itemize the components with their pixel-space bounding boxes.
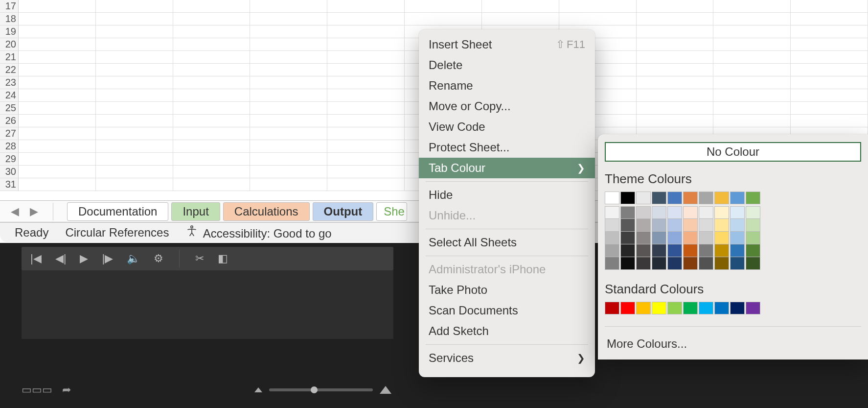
row-header[interactable]: 28 bbox=[0, 140, 19, 153]
cell[interactable] bbox=[96, 153, 173, 166]
cell[interactable] bbox=[19, 115, 96, 127]
cell[interactable] bbox=[250, 127, 327, 140]
row-header[interactable]: 23 bbox=[0, 76, 19, 89]
colour-swatch[interactable] bbox=[667, 244, 682, 257]
colour-swatch[interactable] bbox=[699, 206, 713, 219]
cell[interactable] bbox=[327, 13, 405, 25]
cell[interactable] bbox=[250, 38, 327, 51]
colour-swatch[interactable] bbox=[714, 219, 729, 232]
share-icon[interactable]: ➦ bbox=[62, 384, 71, 396]
colour-swatch[interactable] bbox=[683, 232, 698, 244]
row-header[interactable]: 22 bbox=[0, 64, 19, 76]
cell[interactable] bbox=[96, 51, 173, 64]
cell[interactable] bbox=[173, 153, 251, 166]
colour-swatch[interactable] bbox=[667, 206, 682, 219]
colour-swatch[interactable] bbox=[605, 232, 619, 244]
colour-swatch[interactable] bbox=[730, 232, 745, 244]
menu-scan-documents[interactable]: Scan Documents bbox=[419, 300, 595, 321]
colour-swatch[interactable] bbox=[730, 257, 745, 270]
cell[interactable] bbox=[173, 51, 251, 64]
cell[interactable] bbox=[19, 89, 96, 102]
colour-swatch[interactable] bbox=[746, 232, 760, 244]
colour-swatch[interactable] bbox=[620, 257, 635, 270]
cell[interactable] bbox=[250, 13, 327, 25]
row-header[interactable]: 17 bbox=[0, 0, 19, 13]
colour-swatch[interactable] bbox=[746, 219, 760, 232]
status-accessibility[interactable]: Accessibility: Good to go bbox=[185, 225, 331, 240]
colour-swatch[interactable] bbox=[699, 257, 713, 270]
cell[interactable] bbox=[637, 51, 714, 64]
cell[interactable] bbox=[19, 38, 96, 51]
colour-swatch[interactable] bbox=[730, 302, 745, 314]
menu-select-all-sheets[interactable]: Select All Sheets bbox=[419, 232, 595, 253]
cell[interactable] bbox=[250, 51, 327, 64]
colour-swatch[interactable] bbox=[699, 302, 713, 314]
cell[interactable] bbox=[173, 0, 251, 13]
colour-swatch[interactable] bbox=[605, 257, 619, 270]
cell[interactable] bbox=[327, 166, 405, 178]
scissors-icon[interactable]: ✂ bbox=[195, 252, 204, 265]
colour-swatch[interactable] bbox=[746, 192, 760, 204]
cell[interactable] bbox=[637, 115, 714, 127]
cell[interactable] bbox=[327, 25, 405, 38]
cell[interactable] bbox=[327, 38, 405, 51]
row-header[interactable]: 21 bbox=[0, 51, 19, 64]
colour-swatch[interactable] bbox=[652, 232, 666, 244]
colour-swatch[interactable] bbox=[683, 302, 698, 314]
row-header[interactable]: 20 bbox=[0, 38, 19, 51]
colour-swatch[interactable] bbox=[730, 206, 745, 219]
tab-partial-sheet[interactable]: She bbox=[376, 202, 407, 221]
row-header[interactable]: 24 bbox=[0, 89, 19, 102]
cell[interactable] bbox=[173, 64, 251, 76]
status-circular-refs[interactable]: Circular References bbox=[65, 226, 169, 240]
menu-view-code[interactable]: View Code bbox=[419, 117, 595, 137]
cell[interactable] bbox=[19, 166, 96, 178]
cell[interactable] bbox=[19, 76, 96, 89]
step-forward-icon[interactable]: |▶ bbox=[102, 252, 113, 265]
colour-swatch[interactable] bbox=[620, 206, 635, 219]
colour-swatch[interactable] bbox=[667, 257, 682, 270]
row-header[interactable]: 27 bbox=[0, 127, 19, 140]
cell[interactable] bbox=[250, 102, 327, 115]
cell[interactable] bbox=[791, 76, 868, 89]
colour-swatch[interactable] bbox=[699, 232, 713, 244]
cell[interactable] bbox=[96, 127, 173, 140]
cell[interactable] bbox=[96, 166, 173, 178]
cell[interactable] bbox=[791, 102, 868, 115]
cell[interactable] bbox=[327, 89, 405, 102]
cell[interactable] bbox=[173, 13, 251, 25]
zoom-out-icon[interactable] bbox=[254, 387, 262, 392]
colour-swatch[interactable] bbox=[683, 244, 698, 257]
cell[interactable] bbox=[637, 64, 714, 76]
row-header[interactable]: 26 bbox=[0, 115, 19, 127]
cell[interactable] bbox=[19, 127, 96, 140]
cell[interactable] bbox=[482, 0, 559, 13]
colour-swatch[interactable] bbox=[699, 244, 713, 257]
cell[interactable] bbox=[713, 89, 791, 102]
cell[interactable] bbox=[327, 76, 405, 89]
cell[interactable] bbox=[173, 89, 251, 102]
colour-swatch[interactable] bbox=[605, 192, 619, 204]
cell[interactable] bbox=[250, 153, 327, 166]
colour-swatch[interactable] bbox=[620, 302, 635, 314]
tab-output[interactable]: Output bbox=[313, 202, 374, 221]
colour-swatch[interactable] bbox=[746, 206, 760, 219]
mute-icon[interactable]: 🔈 bbox=[127, 252, 140, 265]
colour-swatch[interactable] bbox=[605, 206, 619, 219]
menu-hide[interactable]: Hide bbox=[419, 185, 595, 205]
gear-icon[interactable]: ⚙ bbox=[154, 252, 163, 265]
cell[interactable] bbox=[19, 178, 96, 191]
cell[interactable] bbox=[96, 89, 173, 102]
row-header[interactable]: 25 bbox=[0, 102, 19, 115]
cell[interactable] bbox=[250, 140, 327, 153]
colour-swatch[interactable] bbox=[620, 232, 635, 244]
cell[interactable] bbox=[327, 153, 405, 166]
cell[interactable] bbox=[405, 13, 482, 25]
menu-insert-sheet[interactable]: Insert Sheet ⇧ F11 bbox=[419, 34, 595, 55]
colour-swatch[interactable] bbox=[714, 206, 729, 219]
colour-swatch[interactable] bbox=[620, 219, 635, 232]
media-track[interactable] bbox=[22, 270, 393, 339]
colour-swatch[interactable] bbox=[667, 232, 682, 244]
cell[interactable] bbox=[327, 51, 405, 64]
row-header[interactable]: 29 bbox=[0, 153, 19, 166]
